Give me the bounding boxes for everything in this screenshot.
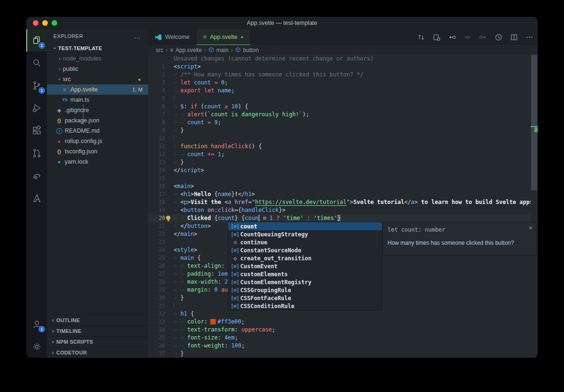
activity-item-live-share[interactable] (26, 164, 47, 187)
code-line-35[interactable]: 35→ → font-size: 4em; (148, 334, 531, 342)
close-icon[interactable]: × (529, 224, 533, 232)
suggest-item-customelementregistry[interactable]: [∅]CustomElementRegistry (228, 278, 382, 286)
zoom-window-button[interactable] (52, 20, 57, 26)
tree-item-main-ts[interactable]: TSmain.ts (47, 95, 148, 105)
explorer-more-actions-icon[interactable]: … (134, 34, 142, 38)
code-line-1[interactable]: 1<script> (148, 63, 531, 71)
code-line-3[interactable]: 3→ let count = 0; (148, 79, 531, 87)
code-line-16[interactable]: 16<main> (148, 182, 531, 190)
tree-item-src[interactable]: ›src● (47, 74, 148, 84)
settings-icon (31, 341, 42, 352)
code-line-17[interactable]: 17→ <h1>Hello {name}!</h1> (148, 190, 531, 198)
indent-guide (83, 104, 84, 125)
code-line-9[interactable]: 9→ } (148, 127, 531, 135)
suggest-item-count[interactable]: [∅]count (228, 222, 382, 230)
code-viewport[interactable]: Unsaved changes (cannot determine recent… (148, 55, 531, 358)
suggest-item-customelements[interactable]: [∅]customElements (228, 270, 382, 278)
section-timeline[interactable]: ›TIMELINE (47, 325, 148, 336)
tree-item--gitignore[interactable]: ◆.gitignore (47, 105, 148, 115)
chevron-down-icon: › (52, 45, 58, 52)
tree-item-app-svelte[interactable]: ≡App.svelte1, M (47, 84, 148, 95)
gitlens-compare-icon[interactable] (415, 31, 427, 43)
activity-item-github-pr[interactable] (26, 142, 47, 164)
breadcrumb-item-button[interactable]: button (243, 47, 259, 53)
tree-item-readme-md[interactable]: iREADME.md (47, 126, 148, 136)
section-npm-scripts[interactable]: ›NPM SCRIPTS (47, 336, 148, 347)
suggest-widget: [∅]count[∅]CountQueuingStrategy≡continue… (228, 222, 382, 310)
tree-item-rollup-config-js[interactable]: ▲rollup.config.js (47, 136, 148, 146)
code-line-36[interactable]: 36→ → font-weight: 100; (148, 342, 531, 350)
split-editor-icon[interactable] (508, 31, 519, 43)
breadcrumb-item-app-svelte[interactable]: App.svelte (175, 47, 202, 53)
minimize-window-button[interactable] (42, 20, 48, 26)
code-line-18[interactable]: 18→ <p>Visit the <a href="https://svelte… (148, 198, 531, 206)
breadcrumb[interactable]: src›≡App.svelte›main›button (148, 45, 538, 55)
close-window-button[interactable] (33, 20, 38, 26)
section-outline[interactable]: ›OUTLINE (47, 315, 148, 325)
line-number: 30 (148, 294, 165, 302)
activity-item-search[interactable] (26, 52, 47, 74)
activity-item-run-debug[interactable] (26, 97, 47, 119)
nav-back-icon[interactable] (446, 31, 457, 43)
code-line-8[interactable]: 8→ → count = 9; (148, 119, 531, 127)
code-line-text: → → text-align: c (165, 262, 231, 270)
activity-item-extensions[interactable] (26, 119, 47, 142)
tree-root[interactable]: ›TEST-TEMPLATE (47, 43, 148, 53)
tree-item-yarn-lock[interactable]: ●yarn.lock (47, 157, 148, 167)
code-line-12[interactable]: 12→ → count += 1; (148, 151, 531, 158)
code-line-5[interactable]: 5▏ (148, 95, 531, 103)
section-codetour[interactable]: ›CODETOUR (47, 347, 148, 358)
suggest-item-cssfontfacerule[interactable]: [∅]CSSFontFaceRule (228, 294, 382, 302)
code-line-4[interactable]: 4→ export let name; (148, 87, 531, 95)
activity-item-accounts[interactable]: 1 (26, 313, 47, 335)
more-actions-icon[interactable] (524, 31, 535, 43)
lightbulb-icon[interactable] (166, 216, 170, 220)
code-line-11[interactable]: 11→ function handleClick() { (148, 143, 531, 151)
activity-item-explorer[interactable]: 1 (26, 29, 47, 52)
activity-item-azure[interactable] (26, 187, 47, 209)
line-number: 3 (148, 79, 165, 87)
code-line-20[interactable]: 20→ → Clicked {count} {coun ≡ 1 ? 'time'… (148, 214, 531, 222)
tab-app-svelte[interactable]: ≡App.svelte● (197, 29, 251, 45)
suggest-item-continue[interactable]: ≡continue (228, 238, 382, 246)
suggest-item-cssconditionrule[interactable]: [∅]CSSConditionRule (228, 302, 382, 310)
suggest-item-customevent[interactable]: [∅]CustomEvent (228, 262, 382, 270)
overview-ruler[interactable] (531, 55, 538, 358)
tree-item-label: src (63, 76, 71, 83)
activity-item-source-control[interactable]: 1 (26, 74, 47, 97)
open-preview-icon[interactable] (431, 31, 442, 43)
tree-item-node-modules[interactable]: ›node_modules (47, 53, 148, 64)
code-line-10[interactable]: 10▏ (148, 135, 531, 143)
tree-item-package-json[interactable]: {}package.json (47, 115, 148, 126)
tree-item-public[interactable]: ›public (47, 64, 148, 74)
code-line-text: → → count = 9; (165, 119, 221, 127)
suggest-item-countqueuingstrategy[interactable]: [∅]CountQueuingStrategy (228, 230, 382, 238)
git-file-icon: ◆ (55, 107, 63, 113)
color-swatch[interactable] (211, 319, 215, 324)
breadcrumb-item-main[interactable]: main (216, 47, 229, 53)
code-line-32[interactable]: 32→ h1 { (148, 310, 531, 318)
code-line-7[interactable]: 7→ → alert(`count is dangerously high!`)… (148, 111, 531, 119)
git-status-badge: 1, M (132, 87, 148, 92)
code-line-34[interactable]: 34→ → text-transform: uppercase; (148, 326, 531, 334)
titlebar[interactable]: App.svelte — test-template (26, 17, 538, 29)
code-line-13[interactable]: 13→ } (148, 158, 531, 166)
code-line-37[interactable]: 37→ } (148, 350, 531, 358)
line-number: 34 (148, 326, 165, 334)
code-line-15[interactable]: 15 (148, 174, 531, 182)
code-line-6[interactable]: 6→ $: if (count ≥ 10) { (148, 103, 531, 111)
code-line-19[interactable]: 19→ <button on:click={handleClick}> (148, 206, 531, 214)
suggest-item-constantsourcenode[interactable]: [∅]ConstantSourceNode (228, 246, 382, 254)
code-line-2[interactable]: 2→ /** How many times has someone clicke… (148, 71, 531, 79)
timeline-clock-icon[interactable] (493, 31, 504, 43)
suggest-item-cssgroupingrule[interactable]: [∅]CSSGroupingRule (228, 286, 382, 294)
tree-item-tsconfig-json[interactable]: {}tsconfig.json (47, 146, 148, 157)
suggest-item-create_out_transition[interactable]: ◇create_out_transition (228, 254, 382, 262)
code-line-33[interactable]: 33→ → color: #ff3e00; (148, 318, 531, 326)
code-line-14[interactable]: 14</script> (148, 166, 531, 174)
scrollbar-slider[interactable] (531, 55, 537, 190)
activity-item-settings[interactable] (26, 335, 47, 358)
svelte-file-icon: ≡ (203, 33, 207, 40)
breadcrumb-item-src[interactable]: src (156, 47, 163, 53)
tab-welcome[interactable]: Welcome (148, 29, 197, 45)
